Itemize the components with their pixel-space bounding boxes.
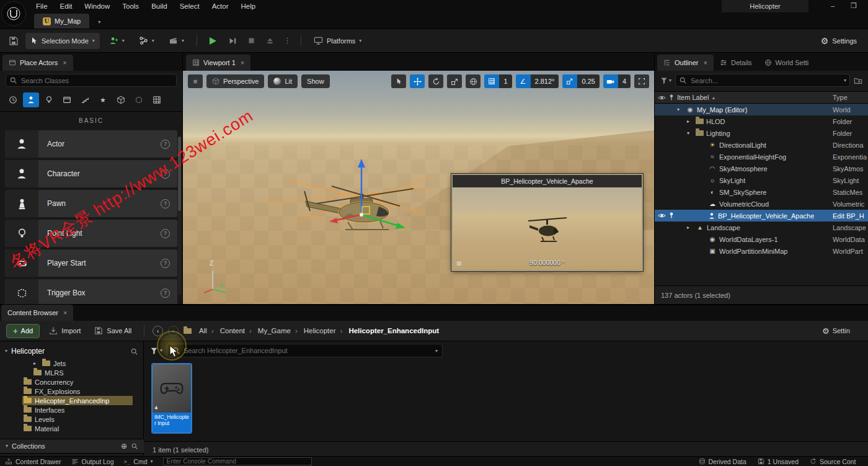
blueprints-button[interactable]: ▾ <box>134 33 159 49</box>
tree-item-levels[interactable]: Levels <box>0 414 143 424</box>
outliner-filter-button[interactable]: ▾ <box>660 77 671 84</box>
eject-button[interactable] <box>263 33 277 49</box>
help-icon[interactable]: ? <box>161 259 170 268</box>
settings-button[interactable]: ⚙ Settings <box>816 33 862 49</box>
maximize-button[interactable]: ❒ <box>847 1 861 11</box>
outliner-row-directional-light[interactable]: ☀ DirectionalLight Directiona <box>655 139 868 151</box>
tab-my-map[interactable]: U My_Map <box>34 14 89 29</box>
tree-item-concurrency[interactable]: Concurrency <box>0 377 143 387</box>
outliner-row-height-fog[interactable]: ≈ ExponentialHeightFog Exponentia <box>655 151 868 163</box>
expander-open-icon[interactable]: ▾ <box>687 130 693 136</box>
cmd-dropdown[interactable]: >_ Cmd ▾ <box>124 458 153 465</box>
source-control-button[interactable]: Source Cont <box>810 458 863 465</box>
outliner-row-sky-atmosphere[interactable]: ◠ SkyAtmosphere SkyAtmos <box>655 163 868 174</box>
selection-mode-dropdown[interactable]: Selection Mode ▾ <box>25 33 100 49</box>
category-geometry[interactable] <box>113 92 129 107</box>
outliner-row-lighting[interactable]: ▾ Lighting Folder <box>655 127 868 139</box>
tab-world-settings[interactable]: World Setti <box>758 55 815 71</box>
close-icon[interactable]: × <box>63 309 67 316</box>
unsaved-button[interactable]: 1 Unsaved <box>758 458 799 465</box>
expander-closed-icon[interactable]: ▸ <box>687 119 693 124</box>
select-tool-button[interactable] <box>391 74 406 88</box>
place-item-actor[interactable]: Actor ? <box>5 130 177 158</box>
console-command-input[interactable] <box>163 457 312 465</box>
rotation-snap-control[interactable]: ∠ 2.812° <box>516 74 559 88</box>
category-lights[interactable] <box>41 92 57 107</box>
category-basic[interactable] <box>23 92 39 107</box>
asset-search-input[interactable] <box>167 344 443 357</box>
camera-speed-control[interactable]: 4 <box>603 74 631 88</box>
tab-content-browser[interactable]: Content Browser × <box>1 305 73 321</box>
maximize-viewport-button[interactable] <box>634 74 649 88</box>
help-icon[interactable]: ? <box>161 229 170 238</box>
column-item-label[interactable]: Item Label <box>677 94 709 101</box>
cinematics-button[interactable]: ▾ <box>164 33 189 49</box>
breadcrumb-content[interactable]: Content <box>218 327 254 334</box>
search-icon[interactable] <box>131 442 138 450</box>
cb-settings-button[interactable]: ⚙ Settin <box>822 326 862 336</box>
tab-outliner[interactable]: Outliner × <box>657 55 714 71</box>
menu-edit[interactable]: Edit <box>54 0 79 12</box>
stop-button[interactable] <box>244 33 259 49</box>
collections-bar[interactable]: ▾ Collections ⊕ <box>0 439 144 454</box>
menu-build[interactable]: Build <box>145 0 174 12</box>
import-button[interactable]: Import <box>45 324 85 338</box>
menu-window[interactable]: Window <box>78 0 116 12</box>
category-visual-effects[interactable]: ★ <box>95 92 111 107</box>
menu-actor[interactable]: Actor <box>206 0 235 12</box>
frame-skip-button[interactable] <box>225 33 240 49</box>
place-item-point-light[interactable]: Point Light ? <box>5 220 177 247</box>
category-shapes[interactable] <box>59 92 75 107</box>
menu-select[interactable]: Select <box>174 0 206 12</box>
viewport-canvas[interactable]: ≡ Perspective Lit Show <box>183 71 654 304</box>
outliner-row-bp-helicopter[interactable]: BP_Helicopter_Vehicle_Apache Edit BP_H <box>655 210 868 222</box>
place-item-player-start[interactable]: Player Start ? <box>5 249 177 277</box>
eye-icon[interactable] <box>658 212 666 220</box>
save-all-button[interactable]: Save All <box>90 324 136 338</box>
tree-item-jets[interactable]: ▸ Jets <box>0 359 143 368</box>
new-folder-button[interactable] <box>854 76 862 85</box>
outliner-row-sky-sphere[interactable]: ◐ SM_SkySphere StaticMes <box>655 186 868 198</box>
tab-list-dropdown[interactable]: ▾ <box>93 16 105 29</box>
breadcrumb-all[interactable]: All <box>197 327 216 334</box>
outliner-row-sky-light[interactable]: ☼ SkyLight SkyLight <box>655 174 868 186</box>
outliner-row-volumetric-cloud[interactable]: ☁ VolumetricCloud Volumetric <box>655 198 868 210</box>
outliner-row-world-data-layers[interactable]: ◉ WorldDataLayers-1 WorldData <box>655 233 868 245</box>
category-recent[interactable] <box>5 92 21 107</box>
place-item-trigger-box[interactable]: Trigger Box ? <box>5 279 177 304</box>
expander-closed-icon[interactable]: ▸ <box>33 361 39 366</box>
save-button[interactable] <box>6 33 21 49</box>
minimize-button[interactable]: – <box>826 1 839 11</box>
search-icon[interactable] <box>130 347 138 356</box>
outliner-search[interactable]: ▾ <box>675 74 850 87</box>
rotate-tool-button[interactable] <box>428 74 443 88</box>
place-item-character[interactable]: Character ? <box>5 160 177 187</box>
category-volumes[interactable] <box>131 92 147 107</box>
scale-tool-button[interactable] <box>447 74 462 88</box>
menu-tools[interactable]: Tools <box>116 0 145 12</box>
place-actors-search[interactable] <box>6 74 177 87</box>
outliner-row-my-map[interactable]: ▾ ◉ My_Map (Editor) World <box>655 104 868 115</box>
tree-item-interfaces[interactable]: Interfaces <box>0 405 143 414</box>
output-log-button[interactable]: Output Log <box>71 458 114 465</box>
breadcrumb-helicopter[interactable]: Helicopter <box>301 327 345 334</box>
tree-item-helicopter-enhancedinput[interactable]: Helicopter_EnhancedInp <box>0 396 143 405</box>
menu-help[interactable]: Help <box>235 0 262 12</box>
expander-closed-icon[interactable]: ▸ <box>687 225 693 230</box>
tree-item-fx-explosions[interactable]: FX_Explosions <box>0 387 143 396</box>
outliner-row-world-partition-minimap[interactable]: ▣ WorldPartitionMiniMap WorldPart <box>655 245 868 257</box>
pin-icon[interactable] <box>668 94 675 101</box>
breadcrumb-my-game[interactable]: My_Game <box>255 327 300 334</box>
help-icon[interactable]: ? <box>161 140 170 149</box>
tab-details[interactable]: Details <box>714 55 758 71</box>
menu-file[interactable]: File <box>30 0 54 12</box>
asset-tile-imc-helicopter[interactable]: + IMC_Helicopter Input <box>152 364 192 433</box>
play-options-button[interactable]: ⋮ <box>281 33 293 49</box>
lit-dropdown[interactable]: Lit <box>268 74 298 88</box>
expander-open-icon[interactable]: ▾ <box>677 107 683 112</box>
category-all-classes[interactable] <box>149 92 165 107</box>
tree-item-material[interactable]: Material <box>0 424 143 433</box>
close-icon[interactable]: × <box>241 59 244 66</box>
show-dropdown[interactable]: Show <box>301 74 330 88</box>
derived-data-button[interactable]: Derived Data <box>699 458 746 465</box>
